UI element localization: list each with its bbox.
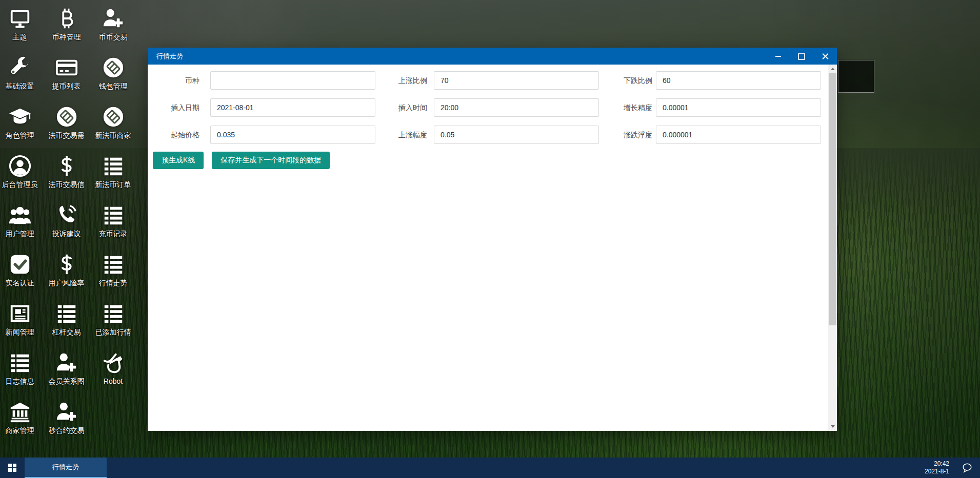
- maximize-button[interactable]: [790, 48, 813, 65]
- arrow-down-icon: [831, 425, 835, 428]
- bank-icon: [8, 399, 32, 425]
- dollar-icon: [55, 153, 78, 179]
- desktop-icon-24[interactable]: 商家管理: [0, 399, 43, 448]
- scrollbar-thumb[interactable]: [829, 73, 836, 325]
- desktop-icon-14[interactable]: 充币记录: [90, 202, 136, 251]
- windows-logo-icon: [8, 464, 16, 472]
- desktop-icon-9[interactable]: 后台管理员: [0, 153, 43, 202]
- field-label: 插入日期: [148, 98, 199, 117]
- desktop-icon-label: 杠杆交易: [52, 328, 81, 337]
- window-controls: [766, 48, 837, 65]
- taskbar-item-market-trend[interactable]: 行情走势: [25, 458, 107, 478]
- window-title: 行情走势: [148, 52, 183, 61]
- field-input-5[interactable]: [656, 98, 821, 117]
- desktop-icon-10[interactable]: 法币交易信: [43, 153, 90, 202]
- desktop-icon-17[interactable]: 行情走势: [90, 251, 136, 300]
- form-field-8: 涨跌浮度: [600, 126, 821, 144]
- desktop-icon-19[interactable]: 杠杆交易: [43, 300, 90, 349]
- desktop-icon-label: 主题: [13, 33, 27, 42]
- form-buttons-row: 预生成K线 保存并生成下一个时间段的数据: [153, 152, 330, 169]
- desktop-icon-7[interactable]: 法币交易需: [43, 103, 90, 153]
- minimize-icon: [775, 56, 781, 57]
- desktop-icon-label: 已添加行情: [95, 328, 131, 337]
- minimize-button[interactable]: [766, 48, 790, 65]
- user-circle-icon: [8, 153, 32, 179]
- field-input-1[interactable]: [434, 71, 599, 90]
- desktop-icon-label: 钱包管理: [99, 82, 128, 91]
- desktop-icon-8[interactable]: 新法币商家: [90, 103, 136, 153]
- desktop-icon-label: 会员关系图: [49, 377, 85, 386]
- desktop-icon-label: 提币列表: [52, 82, 81, 91]
- desktop-icon-label: 新法币商家: [95, 131, 131, 140]
- field-input-3[interactable]: [210, 98, 375, 117]
- desktop-icon-22[interactable]: 会员关系图: [43, 349, 90, 399]
- user-plus-icon: [102, 5, 125, 32]
- desktop-icon-18[interactable]: 新闻管理: [0, 300, 43, 349]
- desktop-icon-label: 基础设置: [6, 82, 34, 91]
- desktop-icon-11[interactable]: 新法币订单: [90, 153, 136, 202]
- field-label: 起始价格: [148, 126, 199, 144]
- field-input-4[interactable]: [434, 98, 599, 117]
- gem-circle-icon: [55, 103, 78, 130]
- taskbar-clock[interactable]: 20:42 2021-8-1: [925, 460, 949, 475]
- desktop-icon-1[interactable]: 币种管理: [43, 5, 90, 54]
- start-button[interactable]: [0, 458, 25, 478]
- desktop-icon-25[interactable]: 秒合约交易: [43, 399, 90, 448]
- vertical-scrollbar[interactable]: [828, 65, 837, 431]
- desktop-icon-label: 币种管理: [52, 33, 81, 42]
- form-column-1: 币种插入日期起始价格: [148, 71, 375, 153]
- desktop-icon-20[interactable]: 已添加行情: [90, 300, 136, 349]
- scrollbar-up-button[interactable]: [828, 65, 837, 73]
- field-input-6[interactable]: [210, 126, 375, 144]
- desktop-icon-21[interactable]: 日志信息: [0, 349, 43, 399]
- desktop-icon-2[interactable]: 币币交易: [90, 5, 136, 54]
- taskbar: 行情走势 20:42 2021-8-1: [0, 458, 980, 478]
- desktop-icon-label: 秒合约交易: [49, 426, 85, 435]
- list-icon: [102, 300, 125, 327]
- close-button[interactable]: [813, 48, 837, 65]
- form-field-5: 增长精度: [600, 98, 821, 117]
- list-icon: [102, 153, 125, 179]
- field-label: 币种: [148, 71, 199, 90]
- desktop-icon-23[interactable]: Robot: [90, 349, 136, 399]
- scrollbar-down-button[interactable]: [828, 422, 837, 431]
- wrench-icon: [8, 54, 32, 81]
- desktop-icon-label: 行情走势: [99, 279, 128, 288]
- desktop-icon-12[interactable]: 用户管理: [0, 202, 43, 251]
- save-generate-next-period-button[interactable]: 保存并生成下一个时间段的数据: [212, 152, 330, 169]
- desktop-icon-label: 法币交易需: [49, 131, 85, 140]
- monitor-icon: [8, 5, 32, 32]
- action-center-button[interactable]: [958, 458, 976, 478]
- arrow-up-icon: [831, 68, 835, 70]
- form-field-4: 插入时间: [376, 98, 599, 117]
- desktop-icon-6[interactable]: 角色管理: [0, 103, 43, 153]
- gem-circle-icon: [102, 103, 125, 130]
- form-field-7: 上涨幅度: [376, 126, 599, 144]
- dollar-icon: [55, 251, 78, 278]
- desktop-icon-15[interactable]: 实名认证: [0, 251, 43, 300]
- list-icon: [8, 349, 32, 376]
- field-input-0[interactable]: [210, 71, 375, 90]
- newspaper-icon: [8, 300, 32, 327]
- phone-icon: [55, 202, 78, 228]
- field-input-8[interactable]: [656, 126, 821, 144]
- maximize-icon: [798, 53, 805, 60]
- bitcoin-icon: [55, 5, 78, 32]
- desktop-icon-label: 投诉建议: [52, 230, 81, 239]
- check-square-icon: [8, 251, 32, 278]
- desktop-icon-16[interactable]: 用户风险率: [43, 251, 90, 300]
- close-icon: [822, 53, 829, 59]
- desktop-icon-label: Robot: [104, 377, 123, 385]
- desktop-icon-label: 用户风险率: [49, 279, 85, 288]
- window-titlebar[interactable]: 行情走势: [148, 48, 837, 65]
- desktop-icon-4[interactable]: 提币列表: [43, 54, 90, 103]
- credit-card-icon: [55, 54, 78, 81]
- pre-generate-kline-button[interactable]: 预生成K线: [153, 152, 204, 169]
- desktop-icon-3[interactable]: 基础设置: [0, 54, 43, 103]
- desktop-icon-0[interactable]: 主题: [0, 5, 43, 54]
- desktop-icon-5[interactable]: 钱包管理: [90, 54, 136, 103]
- taskbar-right: 20:42 2021-8-1: [925, 458, 980, 478]
- field-input-7[interactable]: [434, 126, 599, 144]
- field-input-2[interactable]: [656, 71, 821, 90]
- desktop-icon-13[interactable]: 投诉建议: [43, 202, 90, 251]
